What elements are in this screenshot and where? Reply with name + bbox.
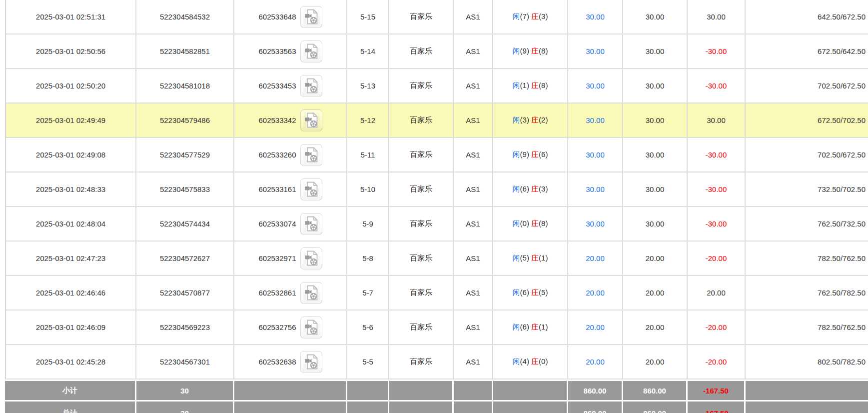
banker-result-points: (3) [539,12,548,20]
bet-amount-link[interactable]: 20.00 [568,310,623,345]
order-id: 522304574434 [136,207,234,242]
video-replay-button[interactable] [300,213,322,235]
player-result-points: (3) [520,116,529,124]
summary-row: 小计 30 860.00 860.00 -167.50 [5,380,868,400]
balance: 762.50/782.50 [746,276,868,310]
bet-amount-link[interactable]: 30.00 [568,0,623,34]
bet-time: 2025-03-01 02:45:28 [5,345,136,380]
summary-label: 总计 [5,400,136,413]
win-loss-amount: -20.00 [688,345,746,380]
summary-empty-cell [234,380,347,400]
game-round-id-cell: 602532756 [234,310,347,345]
video-replay-button[interactable] [300,40,322,62]
table-row: 2025-03-01 02:49:08 522304577529 6025332… [5,138,868,172]
win-loss-amount: -30.00 [688,34,746,69]
game-round-id-cell: 602533648 [234,0,347,34]
video-replay-button[interactable] [300,351,322,373]
bet-time: 2025-03-01 02:50:56 [5,34,136,69]
summary-empty-cell [347,380,389,400]
bet-amount-link[interactable]: 30.00 [568,172,623,207]
bet-amount-link[interactable]: 30.00 [568,34,623,69]
video-replay-button[interactable] [300,75,322,97]
player-result-label: 闲 [513,288,520,296]
bet-records-table-container: 2025-03-01 02:51:31 522304584532 6025336… [0,0,868,413]
banker-result-label: 庄 [531,288,539,296]
table-row: 2025-03-01 02:51:31 522304584532 6025336… [5,0,868,34]
game-name: 百家乐 [389,310,454,345]
game-round-id: 602533453 [258,82,296,90]
game-round-id-cell: 602533074 [234,207,347,242]
order-id: 522304575833 [136,172,234,207]
bet-amount-link[interactable]: 30.00 [568,138,623,172]
player-result-points: (9) [520,46,529,55]
game-name: 百家乐 [389,345,454,380]
banker-result-label: 庄 [531,46,539,55]
balance: 702.50/672.50 [746,69,868,104]
table-row: 2025-03-01 02:48:33 522304575833 6025331… [5,172,868,207]
video-replay-button[interactable] [300,316,322,338]
summary-empty-cell [746,400,868,413]
table-name: AS1 [454,69,493,104]
table-name: AS1 [454,242,493,276]
bet-amount-link[interactable]: 30.00 [568,69,623,104]
video-replay-button[interactable] [300,144,322,166]
game-name: 百家乐 [389,207,454,242]
game-round-id: 602533260 [258,150,296,159]
win-loss-amount: -30.00 [688,69,746,104]
bet-amount-link[interactable]: 20.00 [568,345,623,380]
game-round-id: 602533563 [258,47,296,56]
balance: 642.50/672.50 [746,0,868,34]
video-replay-button[interactable] [300,282,322,304]
round-number: 5-8 [347,242,389,276]
game-result: 闲(1) 庄(8) [493,69,568,104]
banker-result-label: 庄 [531,357,539,366]
win-loss-amount: 30.00 [688,104,746,138]
game-round-id-cell: 602533563 [234,34,347,69]
bet-amount-link[interactable]: 20.00 [568,242,623,276]
table-name: AS1 [454,310,493,345]
game-result: 闲(7) 庄(3) [493,0,568,34]
round-number: 5-11 [347,138,389,172]
game-result: 闲(6) 庄(5) [493,276,568,310]
order-id: 522304584532 [136,0,234,34]
summary-valid-total: 860.00 [623,400,688,413]
video-replay-button[interactable] [300,6,322,28]
game-result: 闲(5) 庄(1) [493,242,568,276]
video-file-icon [304,9,318,24]
banker-result-points: (8) [539,81,548,90]
game-result: 闲(6) 庄(3) [493,172,568,207]
game-result: 闲(9) 庄(8) [493,34,568,69]
bet-time: 2025-03-01 02:50:20 [5,69,136,104]
valid-amount: 20.00 [623,345,688,380]
player-result-label: 闲 [513,81,520,90]
summary-valid-total: 860.00 [623,380,688,400]
video-file-icon [304,112,318,128]
bet-amount-link[interactable]: 30.00 [568,207,623,242]
valid-amount: 20.00 [623,242,688,276]
video-file-icon [304,320,318,335]
valid-amount: 30.00 [623,207,688,242]
video-replay-button[interactable] [300,110,322,132]
bet-amount-link[interactable]: 20.00 [568,276,623,310]
order-id: 522304581018 [136,69,234,104]
banker-result-label: 庄 [531,12,539,20]
table-row: 2025-03-01 02:47:23 522304572627 6025329… [5,242,868,276]
win-loss-amount: -30.00 [688,138,746,172]
bet-amount-link[interactable]: 30.00 [568,104,623,138]
banker-result-points: (6) [539,150,548,158]
bet-time: 2025-03-01 02:48:04 [5,207,136,242]
balance: 672.50/642.50 [746,34,868,69]
banker-result-points: (1) [539,254,548,262]
banker-result-label: 庄 [531,81,539,90]
summary-bet-total: 860.00 [568,380,623,400]
summary-label: 小计 [5,380,136,400]
order-id: 522304572627 [136,242,234,276]
table-name: AS1 [454,104,493,138]
table-name: AS1 [454,138,493,172]
video-replay-button[interactable] [300,178,322,200]
table-row: 2025-03-01 02:48:04 522304574434 6025330… [5,207,868,242]
video-replay-button[interactable] [300,248,322,270]
player-result-label: 闲 [513,219,520,228]
valid-amount: 30.00 [623,104,688,138]
table-name: AS1 [454,172,493,207]
